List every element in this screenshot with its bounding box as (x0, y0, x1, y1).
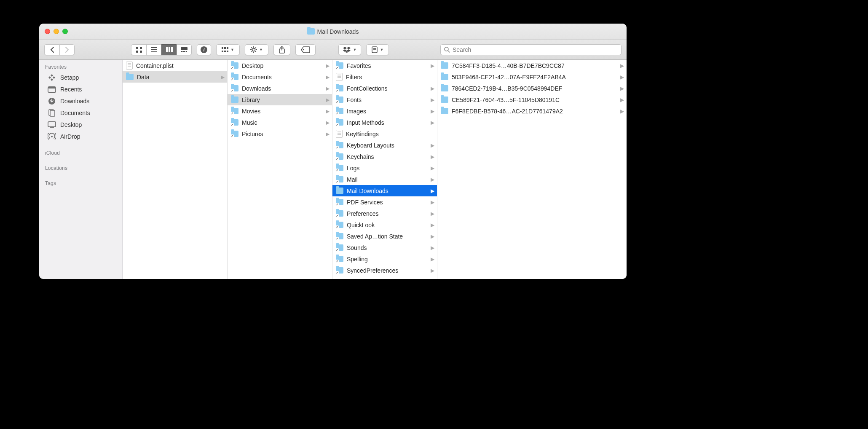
column-view-button[interactable] (161, 44, 177, 55)
sidebar-item-downloads[interactable]: Downloads (39, 95, 122, 107)
svg-rect-21 (224, 51, 226, 52)
folder-icon (441, 85, 448, 91)
file-row[interactable]: Fonts▶ (332, 94, 437, 105)
file-row[interactable]: PDF Services▶ (332, 196, 437, 208)
file-row[interactable]: Filters (332, 71, 437, 83)
sidebar-item-label: Setapp (60, 74, 79, 81)
file-name: Fonts (347, 97, 362, 103)
file-row[interactable]: SyncedPreferences▶ (332, 265, 437, 276)
folder-alias-icon (336, 199, 343, 205)
file-row[interactable]: Container.plist (123, 60, 227, 71)
file-row[interactable]: Keychains▶ (332, 151, 437, 162)
file-row[interactable]: 7864CED2-719B-4…B35-9C0548994DEF▶ (437, 83, 627, 94)
disclosure-arrow-icon: ▶ (326, 97, 330, 103)
nav-buttons (44, 44, 75, 55)
file-row[interactable]: Documents▶ (228, 71, 332, 83)
disclosure-arrow-icon: ▶ (326, 108, 330, 114)
file-row[interactable]: Pictures▶ (228, 128, 332, 139)
info-button[interactable]: i (197, 44, 211, 55)
icon-view-button[interactable] (131, 44, 146, 55)
disclosure-arrow-icon: ▶ (431, 177, 434, 182)
search-field[interactable] (440, 44, 622, 55)
dropbox-button[interactable]: ▼ (338, 44, 361, 55)
file-name: F6F8EDBE-B578-46…AC-21D7761479A2 (452, 108, 563, 115)
svg-rect-18 (224, 47, 226, 49)
file-name: SyncedPreferences (347, 267, 398, 274)
file-row[interactable]: FontCollections▶ (332, 83, 437, 94)
sidebar-section-header: Tags (39, 179, 122, 188)
folder-alias-icon (336, 97, 343, 103)
file-row[interactable]: CE589F21-7604-43…5F-11045D80191C▶ (437, 94, 627, 105)
file-row[interactable]: Logs▶ (332, 162, 437, 174)
folder-alias-icon (336, 176, 343, 182)
search-input[interactable] (453, 46, 618, 53)
tags-button[interactable] (295, 44, 316, 55)
close-button[interactable] (45, 29, 50, 34)
group-button[interactable]: ▼ (216, 44, 240, 55)
svg-rect-43 (50, 110, 55, 116)
file-row[interactable]: Saved Ap…tion State▶ (332, 231, 437, 242)
action-button[interactable]: ▼ (245, 44, 268, 55)
window-title-text: Mail Downloads (317, 28, 359, 35)
window-title: Mail Downloads (39, 28, 627, 35)
disclosure-arrow-icon: ▶ (431, 86, 434, 91)
forward-button[interactable] (59, 44, 75, 55)
file-row[interactable]: 503E9468-CE21-42…07A-E9FE24E2AB4A▶ (437, 71, 627, 83)
device-button[interactable]: ▼ (366, 44, 389, 55)
file-row[interactable]: Favorites▶ (332, 60, 437, 71)
file-row[interactable]: Library▶ (228, 94, 332, 105)
svg-line-29 (255, 51, 256, 52)
file-row[interactable]: Data▶ (123, 71, 227, 83)
folder-icon (441, 108, 448, 114)
list-view-button[interactable] (146, 44, 161, 55)
sidebar-item-setapp[interactable]: Setapp (39, 72, 122, 83)
sidebar-item-recents[interactable]: Recents (39, 83, 122, 95)
file-name: Saved Ap…tion State (347, 233, 403, 240)
file-row[interactable]: Sounds▶ (332, 242, 437, 253)
file-name: Keychains (347, 153, 374, 160)
gallery-view-button[interactable] (177, 44, 192, 55)
sidebar-item-desktop[interactable]: Desktop (39, 119, 122, 131)
svg-rect-9 (171, 47, 173, 52)
file-name: KeyBindings (346, 131, 379, 137)
file-row[interactable]: Keyboard Layouts▶ (332, 139, 437, 151)
minimize-button[interactable] (54, 29, 59, 34)
disclosure-arrow-icon: ▶ (431, 233, 434, 239)
sidebar-item-label: Recents (60, 86, 82, 93)
svg-rect-0 (136, 47, 138, 49)
column-1: Desktop▶Documents▶Downloads▶Library▶Movi… (228, 60, 332, 279)
file-row[interactable]: Downloads▶ (228, 83, 332, 94)
folder-alias-icon (231, 131, 238, 137)
file-row[interactable]: Mail Downloads▶ (332, 185, 437, 196)
file-row[interactable]: Images▶ (332, 105, 437, 117)
folder-alias-icon (336, 165, 343, 171)
file-row[interactable]: Input Methods▶ (332, 117, 437, 128)
file-name: Favorites (347, 62, 371, 69)
folder-alias-icon (231, 119, 238, 126)
svg-point-33 (303, 49, 304, 50)
file-row[interactable]: Mail▶ (332, 174, 437, 185)
file-name: Preferences (347, 210, 378, 217)
folder-alias-icon (231, 74, 238, 80)
disclosure-arrow-icon: ▶ (620, 63, 624, 69)
back-button[interactable] (44, 44, 59, 55)
file-row[interactable]: F6F8EDBE-B578-46…AC-21D7761479A2▶ (437, 105, 627, 117)
file-row[interactable]: Desktop▶ (228, 60, 332, 71)
sidebar-item-label: Downloads (60, 98, 89, 105)
file-row[interactable]: QuickLook▶ (332, 219, 437, 231)
desktop-icon (48, 121, 56, 129)
sidebar-item-airdrop[interactable]: AirDrop (39, 131, 122, 142)
file-name: Library (242, 97, 260, 103)
file-row[interactable]: Preferences▶ (332, 208, 437, 219)
file-name: Keyboard Layouts (347, 142, 394, 149)
share-button[interactable] (273, 44, 290, 55)
disclosure-arrow-icon: ▶ (620, 74, 624, 80)
sidebar-item-documents[interactable]: Documents (39, 107, 122, 119)
zoom-button[interactable] (62, 29, 68, 34)
file-row[interactable]: Music▶ (228, 117, 332, 128)
file-row[interactable]: 7C584FF3-D185-4…40B-B7DE7BC9CC87▶ (437, 60, 627, 71)
file-row[interactable]: Spelling▶ (332, 253, 437, 265)
file-name: Desktop (242, 62, 263, 69)
file-row[interactable]: Movies▶ (228, 105, 332, 117)
file-row[interactable]: KeyBindings (332, 128, 437, 139)
